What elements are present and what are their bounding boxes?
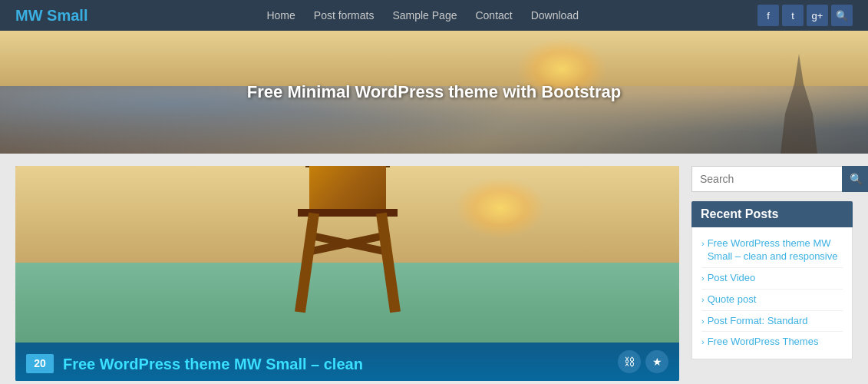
post-meta-bar: 20 Free WordPress theme MW Small – clean… — [15, 343, 679, 381]
sidebar: 🔍 Recent Posts ›Free WordPress theme MW … — [691, 166, 853, 381]
chevron-icon: › — [701, 239, 705, 248]
chevron-icon: › — [701, 273, 705, 283]
post-actions: ⛓ ★ — [618, 350, 668, 373]
nav-home[interactable]: Home — [266, 9, 295, 22]
tower-illustration — [294, 166, 401, 316]
header-search-icon[interactable]: 🔍 — [831, 5, 853, 26]
main-nav: Home Post formats Sample Page Contact Do… — [266, 9, 579, 22]
twitter-icon[interactable]: t — [782, 5, 804, 26]
recent-post-label: Free WordPress theme MW Small – clean an… — [708, 237, 843, 263]
recent-posts-list: ›Free WordPress theme MW Small – clean a… — [691, 227, 853, 359]
recent-posts-title: Recent Posts — [691, 201, 853, 227]
chevron-icon: › — [701, 337, 705, 346]
list-item[interactable]: ›Free WordPress Themes — [701, 332, 843, 353]
nav-download[interactable]: Download — [531, 9, 579, 22]
nav-contact[interactable]: Contact — [475, 9, 512, 22]
share-icon[interactable]: ⛓ — [618, 350, 641, 373]
search-input[interactable] — [691, 166, 842, 192]
recent-posts-widget: Recent Posts ›Free WordPress theme MW Sm… — [691, 201, 853, 359]
recent-post-label: Free WordPress Themes — [708, 336, 819, 349]
social-icons: f t g+ 🔍 — [757, 5, 853, 26]
nav-post-formats[interactable]: Post formats — [314, 9, 375, 22]
site-title[interactable]: MW Small — [15, 7, 87, 25]
post-title[interactable]: Free WordPress theme MW Small – clean — [63, 356, 618, 373]
list-item[interactable]: ›Free WordPress theme MW Small – clean a… — [701, 233, 843, 268]
list-item[interactable]: ›Quote post — [701, 290, 843, 311]
chevron-icon: › — [701, 295, 705, 304]
chevron-icon: › — [701, 316, 705, 326]
recent-post-label: Post Video — [708, 272, 756, 285]
featured-card: 20 Free WordPress theme MW Small – clean… — [15, 166, 679, 381]
search-button[interactable]: 🔍 — [842, 166, 868, 192]
recent-post-label: Quote post — [708, 293, 757, 306]
nav-sample-page[interactable]: Sample Page — [392, 9, 457, 22]
list-item[interactable]: ›Post Format: Standard — [701, 311, 843, 333]
favorite-icon[interactable]: ★ — [645, 350, 668, 373]
googleplus-icon[interactable]: g+ — [807, 5, 828, 26]
search-widget: 🔍 — [691, 166, 853, 192]
hero-banner: Free Minimal WordPress theme with Bootst… — [0, 31, 868, 154]
facebook-icon[interactable]: f — [757, 5, 779, 26]
post-date: 20 — [26, 354, 54, 373]
primary-column: 20 Free WordPress theme MW Small – clean… — [15, 166, 679, 381]
recent-post-label: Post Format: Standard — [708, 315, 808, 328]
main-content: 20 Free WordPress theme MW Small – clean… — [0, 154, 868, 384]
site-header: MW Small Home Post formats Sample Page C… — [0, 0, 868, 31]
hero-text: Free Minimal WordPress theme with Bootst… — [247, 82, 621, 102]
list-item[interactable]: ›Post Video — [701, 268, 843, 290]
